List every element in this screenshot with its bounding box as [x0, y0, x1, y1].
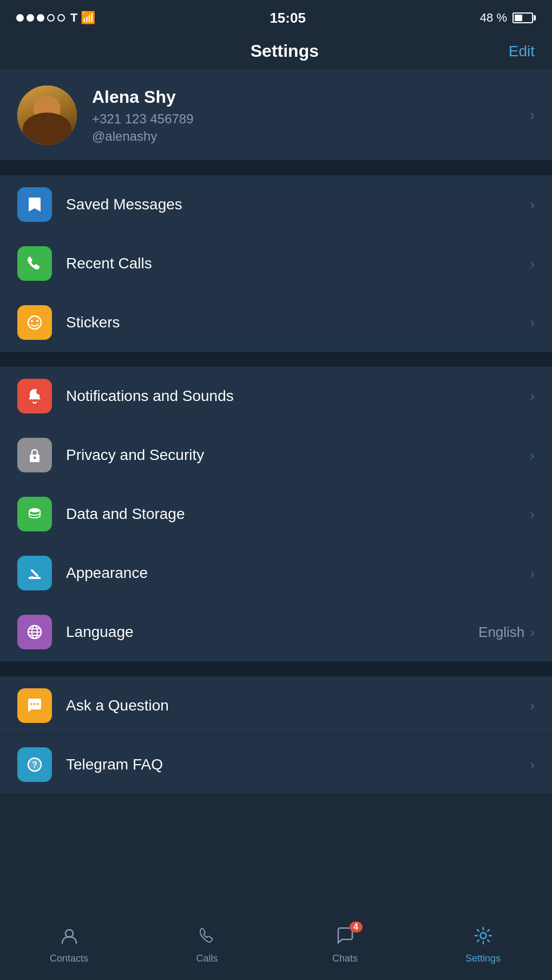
- svg-point-17: [37, 703, 39, 705]
- language-label: Language: [66, 623, 478, 641]
- menu-group-1: Saved Messages › Recent Calls › Sti: [0, 175, 552, 352]
- svg-point-0: [28, 316, 41, 329]
- notifications-icon: [17, 379, 52, 413]
- language-icon: [17, 615, 52, 649]
- recent-calls-chevron: ›: [530, 255, 535, 272]
- data-storage-icon: [17, 497, 52, 531]
- status-left: T 📶: [16, 11, 95, 25]
- battery-body: [512, 12, 533, 23]
- svg-rect-8: [30, 569, 39, 577]
- page-content: T 📶 15:05 48 % Settings Edit Alena Shy +…: [0, 0, 552, 864]
- menu-group-3: Ask a Question › ? Telegram FAQ ›: [0, 676, 552, 794]
- profile-username: @alenashy: [92, 129, 515, 144]
- ask-question-icon: [17, 688, 52, 723]
- ask-question-label: Ask a Question: [66, 697, 530, 714]
- chats-badge: 4: [350, 922, 363, 932]
- notifications-item[interactable]: Notifications and Sounds ›: [0, 367, 552, 426]
- calls-tab-label: Calls: [196, 953, 218, 964]
- chats-tab-label: Chats: [332, 953, 358, 964]
- battery-icon: [512, 12, 536, 23]
- telegram-faq-icon: ?: [17, 747, 52, 782]
- menu-group-2: Notifications and Sounds › Privacy and S…: [0, 367, 552, 661]
- language-item[interactable]: Language English ›: [0, 603, 552, 661]
- appearance-item[interactable]: Appearance ›: [0, 544, 552, 603]
- data-storage-item[interactable]: Data and Storage ›: [0, 485, 552, 544]
- avatar: [17, 85, 77, 145]
- recent-calls-icon: [17, 246, 52, 281]
- saved-messages-icon: [17, 187, 52, 222]
- settings-header: Settings Edit: [0, 32, 552, 70]
- carrier-label: T: [70, 11, 77, 25]
- tab-calls[interactable]: Calls: [138, 926, 276, 970]
- dot1: [16, 14, 24, 22]
- notifications-label: Notifications and Sounds: [66, 387, 530, 405]
- stickers-label: Stickers: [66, 314, 530, 331]
- contacts-tab-label: Contacts: [50, 953, 88, 964]
- profile-phone: +321 123 456789: [92, 111, 515, 127]
- battery-percent: 48 %: [480, 11, 507, 25]
- saved-messages-item[interactable]: Saved Messages ›: [0, 175, 552, 234]
- dot5: [57, 14, 65, 22]
- stickers-item[interactable]: Stickers ›: [0, 293, 552, 352]
- svg-point-16: [34, 703, 36, 705]
- svg-point-2: [36, 320, 38, 322]
- signal-dots: [16, 14, 65, 22]
- status-bar: T 📶 15:05 48 %: [0, 0, 552, 32]
- privacy-label: Privacy and Security: [66, 446, 530, 464]
- profile-chevron: ›: [530, 107, 535, 124]
- tab-contacts[interactable]: Contacts: [0, 926, 138, 970]
- appearance-icon: [17, 556, 52, 590]
- tab-bar: Contacts Calls 4 Chats Settings: [0, 915, 552, 980]
- svg-point-21: [480, 933, 486, 939]
- svg-point-3: [36, 389, 42, 394]
- data-storage-chevron: ›: [530, 506, 535, 523]
- avatar-image: [17, 85, 77, 145]
- profile-info: Alena Shy +321 123 456789 @alenashy: [92, 87, 515, 144]
- svg-point-5: [34, 457, 36, 459]
- svg-point-15: [30, 703, 32, 705]
- privacy-chevron: ›: [530, 447, 535, 464]
- time-display: 15:05: [270, 10, 306, 27]
- page-title: Settings: [61, 41, 509, 61]
- data-storage-label: Data and Storage: [66, 505, 530, 523]
- wifi-icon: 📶: [81, 11, 95, 25]
- profile-name: Alena Shy: [92, 87, 515, 107]
- battery-tip: [534, 15, 536, 21]
- language-chevron: ›: [530, 624, 535, 641]
- settings-tab-icon: [474, 926, 493, 950]
- appearance-label: Appearance: [66, 564, 530, 582]
- dot2: [27, 14, 34, 22]
- battery-fill: [515, 15, 522, 21]
- tab-settings[interactable]: Settings: [414, 926, 552, 970]
- chats-badge-wrapper: 4: [336, 926, 355, 950]
- stickers-icon: [17, 305, 52, 340]
- telegram-faq-item[interactable]: ? Telegram FAQ ›: [0, 735, 552, 794]
- separator-2: [0, 352, 552, 367]
- saved-messages-label: Saved Messages: [66, 196, 530, 213]
- profile-section[interactable]: Alena Shy +321 123 456789 @alenashy ›: [0, 70, 552, 160]
- edit-button[interactable]: Edit: [509, 43, 535, 60]
- stickers-chevron: ›: [530, 314, 535, 331]
- svg-text:?: ?: [32, 760, 37, 769]
- ask-question-item[interactable]: Ask a Question ›: [0, 676, 552, 735]
- dot3: [37, 14, 44, 22]
- contacts-icon: [60, 926, 79, 950]
- recent-calls-item[interactable]: Recent Calls ›: [0, 234, 552, 293]
- notifications-chevron: ›: [530, 388, 535, 405]
- calls-tab-icon: [198, 926, 217, 950]
- dot4: [47, 14, 55, 22]
- recent-calls-label: Recent Calls: [66, 255, 530, 272]
- status-right: 48 %: [480, 11, 536, 25]
- language-value: English: [478, 624, 524, 641]
- privacy-item[interactable]: Privacy and Security ›: [0, 426, 552, 485]
- svg-point-1: [31, 320, 33, 322]
- saved-messages-chevron: ›: [530, 196, 535, 213]
- telegram-faq-chevron: ›: [530, 757, 535, 773]
- tab-chats[interactable]: 4 Chats: [276, 926, 414, 970]
- privacy-icon: [17, 438, 52, 472]
- separator-3: [0, 661, 552, 676]
- svg-point-6: [29, 508, 40, 512]
- ask-question-chevron: ›: [530, 698, 535, 714]
- separator-1: [0, 160, 552, 175]
- telegram-faq-label: Telegram FAQ: [66, 756, 530, 773]
